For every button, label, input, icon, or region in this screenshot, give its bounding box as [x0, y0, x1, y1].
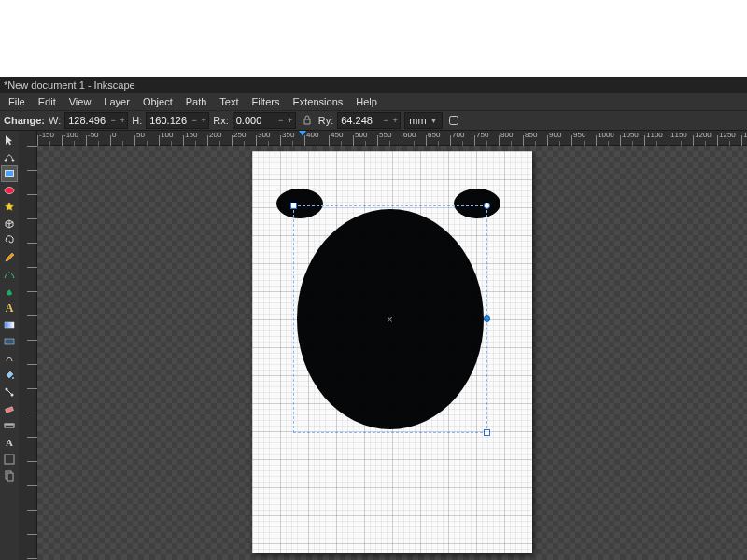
- shape-ellipse-left[interactable]: [276, 189, 323, 218]
- w-dec-icon[interactable]: −: [108, 113, 118, 128]
- tool-star-icon[interactable]: [2, 200, 17, 215]
- svg-point-2: [12, 160, 15, 162]
- tool-node-icon[interactable]: [2, 149, 17, 164]
- reset-corners-icon[interactable]: [446, 113, 461, 128]
- rx-field[interactable]: − +: [233, 112, 296, 129]
- svg-point-1: [5, 160, 7, 162]
- svg-rect-10: [6, 407, 14, 413]
- tool-eraser-icon[interactable]: [2, 401, 17, 416]
- menu-text[interactable]: Text: [213, 94, 245, 109]
- titlebar: *New document 1 - Inkscape: [0, 77, 747, 93]
- menu-help[interactable]: Help: [349, 94, 384, 109]
- tool-gradient-icon[interactable]: [2, 317, 17, 332]
- tool-bezier-icon[interactable]: [2, 267, 17, 282]
- svg-rect-6: [5, 339, 14, 344]
- menu-path[interactable]: Path: [179, 94, 214, 109]
- ruler-horizontal[interactable]: -150-100-5005010015020025030035040045050…: [37, 131, 747, 146]
- svg-rect-0: [449, 117, 458, 125]
- ruler-vertical[interactable]: [19, 131, 37, 560]
- shape-ellipse-main[interactable]: [297, 209, 484, 429]
- handle-ne[interactable]: [484, 203, 490, 209]
- ruler-h-label: 950: [573, 131, 585, 139]
- canvas-viewport[interactable]: [37, 146, 747, 560]
- ry-field[interactable]: − +: [337, 112, 401, 129]
- ruler-h-label: -100: [63, 131, 78, 139]
- h-label: H:: [132, 115, 142, 126]
- tool-calligraphy-icon[interactable]: [2, 284, 17, 299]
- menu-file[interactable]: File: [2, 94, 32, 109]
- menu-object[interactable]: Object: [136, 94, 179, 109]
- ruler-h-label: 650: [428, 131, 440, 139]
- svg-point-7: [12, 377, 14, 379]
- ruler-h-label: 550: [379, 131, 391, 139]
- rx-inc-icon[interactable]: +: [286, 113, 295, 128]
- handle-se[interactable]: [484, 429, 490, 436]
- h-input[interactable]: [147, 115, 190, 126]
- letterbox-top: [0, 0, 747, 77]
- ruler-h-label: 1100: [646, 131, 663, 139]
- tool-text-icon[interactable]: A: [2, 301, 17, 315]
- ruler-h-label: 1000: [598, 131, 614, 139]
- menu-view[interactable]: View: [63, 94, 98, 109]
- tool-spray-icon[interactable]: [2, 452, 17, 467]
- h-inc-icon[interactable]: +: [199, 113, 208, 128]
- ruler-h-label: 1250: [719, 131, 736, 139]
- ruler-h-label: 1150: [670, 131, 687, 139]
- menu-layer[interactable]: Layer: [97, 94, 136, 109]
- menu-edit[interactable]: Edit: [32, 94, 63, 109]
- ruler-h-label: 150: [185, 131, 197, 139]
- lock-rx-ry-icon[interactable]: [300, 113, 315, 128]
- ruler-h-label: 1050: [622, 131, 639, 139]
- tool-controls-bar: Change: W: − + H: − + Rx: − +: [0, 110, 747, 131]
- rx-input[interactable]: [233, 115, 276, 126]
- rx-dec-icon[interactable]: −: [276, 113, 286, 128]
- tool-pages-icon[interactable]: [2, 469, 17, 483]
- w-inc-icon[interactable]: +: [118, 113, 127, 128]
- tool-selector-icon[interactable]: [2, 133, 17, 147]
- ruler-h-label: 900: [549, 131, 561, 139]
- ruler-h-label: 750: [476, 131, 488, 139]
- ry-label: Ry:: [318, 115, 334, 126]
- handle-e[interactable]: [484, 315, 490, 322]
- menu-extensions[interactable]: Extensions: [286, 94, 349, 109]
- tool-3dbox-icon[interactable]: [2, 217, 17, 231]
- document-page: [252, 151, 532, 553]
- tool-measure-icon[interactable]: [2, 418, 17, 433]
- tool-pencil-icon[interactable]: [2, 250, 17, 265]
- w-field[interactable]: − +: [64, 112, 128, 129]
- w-input[interactable]: [65, 115, 108, 126]
- app-window: *New document 1 - Inkscape File Edit Vie…: [0, 77, 747, 560]
- ruler-h-label: 200: [209, 131, 221, 139]
- ruler-h-label: 1200: [695, 131, 712, 139]
- ry-inc-icon[interactable]: +: [390, 113, 400, 128]
- svg-rect-5: [5, 322, 14, 328]
- unit-selector[interactable]: mm ▼: [404, 112, 442, 129]
- w-label: W:: [49, 115, 61, 126]
- ruler-h-label: 850: [525, 131, 537, 139]
- ry-dec-icon[interactable]: −: [381, 113, 390, 128]
- menu-filters[interactable]: Filters: [246, 94, 287, 109]
- shape-ellipse-right[interactable]: [454, 189, 500, 218]
- tool-paintbucket-icon[interactable]: [2, 368, 17, 383]
- ry-input[interactable]: [338, 115, 381, 126]
- h-dec-icon[interactable]: −: [190, 113, 199, 128]
- tool-ellipse-icon[interactable]: [2, 183, 17, 198]
- ruler-h-label: 500: [355, 131, 367, 139]
- ruler-h-label: -50: [88, 131, 99, 139]
- ruler-h-label: 450: [331, 131, 343, 139]
- tool-rectangle-icon[interactable]: [2, 166, 17, 181]
- ruler-h-label: 300: [258, 131, 270, 139]
- ruler-h-label: 700: [452, 131, 464, 139]
- tool-spiral-icon[interactable]: [2, 233, 17, 248]
- canvas-zone: -150-100-5005010015020025030035040045050…: [19, 131, 747, 560]
- ruler-h-marker: [299, 131, 306, 136]
- rotation-center-icon[interactable]: [386, 315, 394, 323]
- tool-dropper-icon[interactable]: [2, 334, 17, 349]
- tool-tweak-icon[interactable]: [2, 351, 17, 366]
- tool-lpe-icon[interactable]: A: [2, 435, 17, 450]
- tool-connector-icon[interactable]: [2, 385, 17, 399]
- handle-nw[interactable]: [290, 203, 297, 209]
- h-field[interactable]: − +: [146, 112, 209, 129]
- ruler-h-label: 600: [403, 131, 416, 139]
- selection-rectangle: [293, 205, 487, 433]
